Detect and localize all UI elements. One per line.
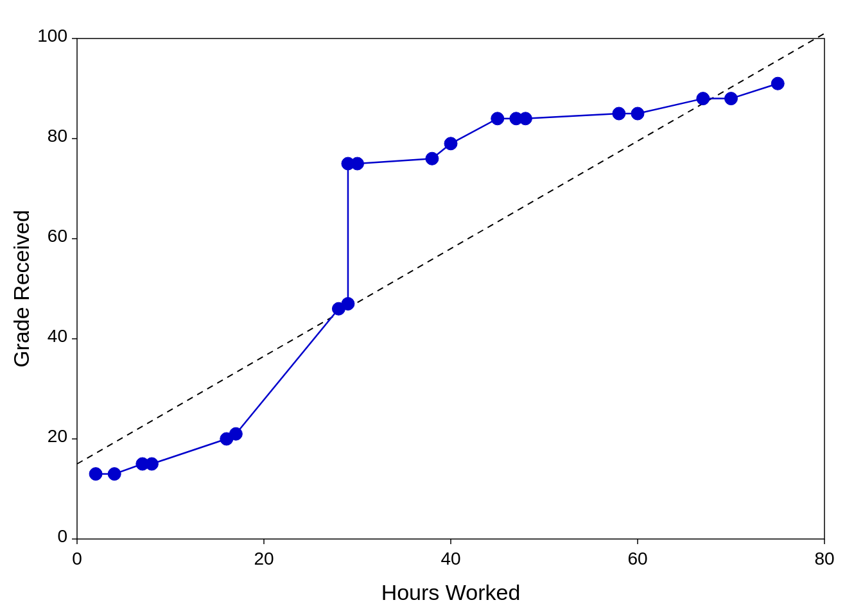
data-point <box>229 427 242 440</box>
data-point <box>771 77 784 90</box>
y-axis-label: Grade Received <box>9 210 33 368</box>
data-point <box>491 112 504 125</box>
x-tick-label: 0 <box>72 549 82 569</box>
plot-area-border <box>77 38 824 539</box>
y-tick-label: 20 <box>48 426 67 446</box>
y-tick-label: 80 <box>48 126 67 146</box>
data-point <box>697 92 710 105</box>
data-point <box>444 137 457 150</box>
data-point <box>519 112 532 125</box>
y-tick-label: 60 <box>48 226 67 246</box>
scatter-plot: // We'll draw the chart using inline SVG… <box>0 0 863 616</box>
y-tick-label: 40 <box>48 326 67 346</box>
data-point <box>725 92 738 105</box>
y-tick-label: 0 <box>57 526 67 546</box>
data-point <box>426 152 439 165</box>
data-point <box>631 107 644 120</box>
x-axis-label: Hours Worked <box>381 580 521 604</box>
data-point <box>351 157 364 170</box>
y-tick-label: 100 <box>37 26 67 46</box>
data-point <box>108 468 121 481</box>
data-point <box>613 107 625 120</box>
x-tick-label: 20 <box>254 549 274 569</box>
data-point <box>342 297 354 310</box>
data-point <box>145 458 158 470</box>
x-tick-label: 80 <box>814 549 834 569</box>
x-tick-label: 40 <box>440 549 460 569</box>
data-point <box>89 468 102 481</box>
chart-container: // We'll draw the chart using inline SVG… <box>0 0 863 616</box>
x-tick-label: 60 <box>627 549 647 569</box>
